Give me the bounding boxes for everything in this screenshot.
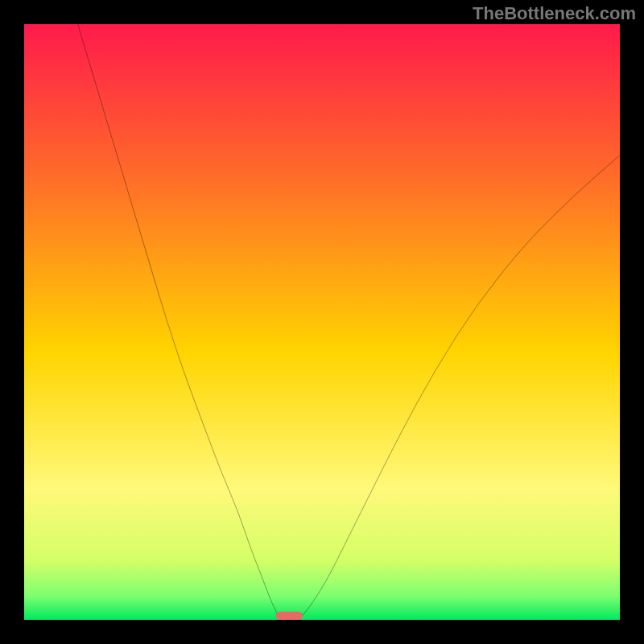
bottleneck-marker <box>276 612 303 620</box>
chart-frame: TheBottleneck.com <box>0 0 644 644</box>
bottleneck-chart <box>24 24 620 620</box>
gradient-background <box>24 24 620 620</box>
watermark-text: TheBottleneck.com <box>473 3 636 24</box>
